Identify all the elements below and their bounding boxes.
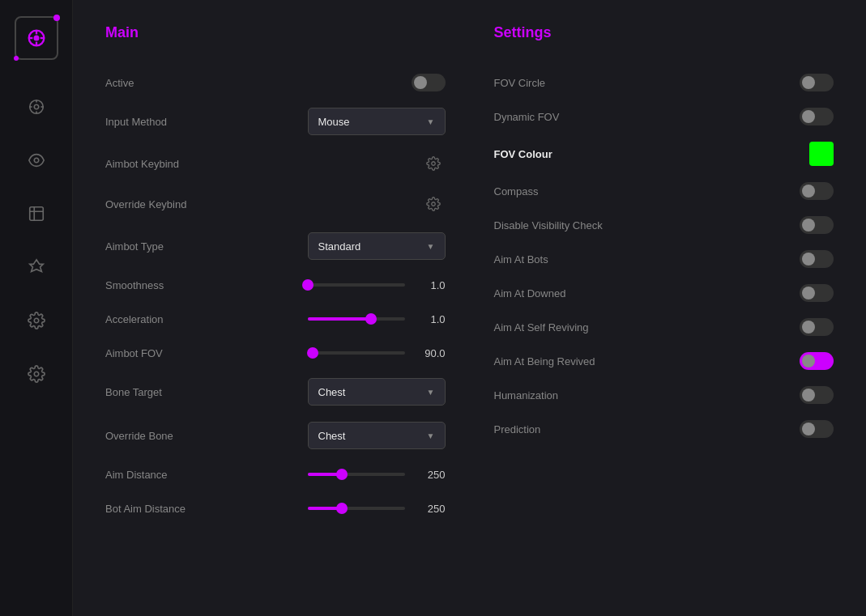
- acceleration-row: Acceleration 1.0: [105, 302, 446, 336]
- sidebar-item-items[interactable]: [22, 199, 51, 228]
- dynamic-fov-label: Dynamic FOV: [494, 111, 560, 123]
- override-bone-arrow-icon: ▼: [427, 431, 435, 440]
- aimbot-type-arrow-icon: ▼: [427, 242, 435, 251]
- aimbot-type-dropdown[interactable]: Standard ▼: [308, 232, 446, 260]
- override-bone-dropdown[interactable]: Chest ▼: [308, 422, 446, 449]
- disable-visibility-check-label: Disable Visibility Check: [494, 219, 603, 232]
- acceleration-thumb[interactable]: [365, 313, 377, 325]
- smoothness-slider-container: 1.0: [308, 279, 446, 291]
- override-bone-label: Override Bone: [105, 430, 173, 442]
- bot-aim-distance-thumb[interactable]: [336, 503, 348, 514]
- aim-distance-slider-container: 250: [308, 469, 446, 481]
- aim-at-bots-toggle[interactable]: [800, 250, 834, 268]
- logo-dot-top: [53, 15, 60, 21]
- smoothness-row: Smoothness 1.0: [105, 268, 446, 302]
- dynamic-fov-row: Dynamic FOV: [494, 100, 834, 134]
- bot-aim-distance-row: Bot Aim Distance 250: [105, 491, 446, 525]
- aimbot-type-label: Aimbot Type: [105, 240, 164, 253]
- compass-row: Compass: [494, 174, 834, 208]
- bot-aim-distance-slider[interactable]: [308, 507, 405, 510]
- acceleration-value: 1.0: [415, 313, 446, 325]
- aimbot-keybind-gear-button[interactable]: [421, 151, 446, 176]
- sidebar-item-misc[interactable]: [22, 253, 51, 282]
- sidebar-item-aimbot[interactable]: [22, 92, 51, 121]
- input-method-label: Input Method: [105, 116, 167, 128]
- main-panel-title: Main: [105, 24, 446, 41]
- aim-distance-value: 250: [415, 469, 446, 481]
- fov-circle-toggle[interactable]: [800, 74, 834, 91]
- bone-target-dropdown[interactable]: Chest ▼: [308, 378, 446, 406]
- override-keybind-row: Override Keybind: [105, 184, 446, 224]
- bone-target-row: Bone Target Chest ▼: [105, 370, 446, 414]
- bot-aim-distance-label: Bot Aim Distance: [105, 503, 186, 515]
- acceleration-slider-container: 1.0: [308, 313, 446, 325]
- aim-at-being-revived-row: Aim At Being Revived: [494, 344, 834, 378]
- sidebar-item-config[interactable]: [22, 359, 51, 389]
- input-method-arrow-icon: ▼: [427, 117, 435, 126]
- smoothness-thumb[interactable]: [302, 279, 314, 291]
- bot-aim-distance-value: 250: [415, 503, 446, 515]
- prediction-row: Prediction: [494, 412, 834, 446]
- acceleration-slider[interactable]: [308, 317, 405, 321]
- aim-at-self-reviving-toggle[interactable]: [800, 318, 834, 336]
- humanization-label: Humanization: [494, 389, 559, 401]
- svg-point-5: [34, 36, 38, 40]
- active-row: Active: [105, 66, 446, 100]
- aimbot-keybind-row: Aimbot Keybind: [105, 143, 446, 184]
- aim-at-downed-label: Aim At Downed: [494, 287, 566, 300]
- settings-panel: Settings FOV Circle Dynamic FOV FOV Colo…: [494, 24, 834, 592]
- acceleration-label: Acceleration: [105, 313, 164, 325]
- aim-at-self-reviving-label: Aim At Self Reviving: [494, 321, 589, 333]
- humanization-row: Humanization: [494, 378, 834, 412]
- aim-distance-slider[interactable]: [308, 473, 405, 476]
- aimbot-type-row: Aimbot Type Standard ▼: [105, 224, 446, 268]
- aim-at-bots-row: Aim At Bots: [494, 242, 834, 276]
- sidebar-item-esp[interactable]: [22, 146, 51, 175]
- settings-panel-title: Settings: [494, 24, 834, 41]
- humanization-toggle[interactable]: [800, 386, 834, 404]
- override-keybind-label: Override Keybind: [105, 198, 186, 210]
- bone-target-label: Bone Target: [105, 386, 162, 398]
- svg-point-15: [431, 162, 435, 166]
- aim-distance-label: Aim Distance: [105, 469, 168, 481]
- active-toggle[interactable]: [412, 74, 446, 91]
- aimbot-fov-thumb[interactable]: [307, 347, 318, 359]
- svg-point-13: [34, 318, 39, 323]
- sidebar: [0, 0, 73, 616]
- aimbot-keybind-label: Aimbot Keybind: [105, 158, 179, 170]
- logo-dot-bottom: [14, 56, 19, 61]
- disable-visibility-check-toggle[interactable]: [800, 216, 834, 234]
- smoothness-slider[interactable]: [308, 283, 405, 287]
- compass-label: Compass: [494, 185, 539, 198]
- aim-at-downed-toggle[interactable]: [800, 284, 834, 302]
- bone-target-value: Chest: [318, 386, 346, 398]
- prediction-toggle[interactable]: [800, 420, 834, 438]
- input-method-row: Input Method Mouse ▼: [105, 100, 446, 143]
- aim-at-being-revived-label: Aim At Being Revived: [494, 355, 595, 367]
- fov-colour-swatch[interactable]: [809, 142, 834, 166]
- prediction-label: Prediction: [494, 423, 541, 435]
- aim-at-downed-row: Aim At Downed: [494, 276, 834, 310]
- aim-at-self-reviving-row: Aim At Self Reviving: [494, 310, 834, 344]
- content-area: Main Active Input Method Mouse ▼ Aimbot …: [73, 0, 866, 616]
- aim-distance-row: Aim Distance 250: [105, 457, 446, 491]
- svg-point-7: [34, 104, 39, 109]
- aimbot-fov-label: Aimbot FOV: [105, 347, 163, 359]
- aimbot-type-value: Standard: [318, 240, 361, 253]
- fov-colour-label: FOV Colour: [494, 148, 552, 160]
- dynamic-fov-toggle[interactable]: [800, 108, 834, 125]
- sidebar-item-settings[interactable]: [22, 306, 51, 335]
- app-logo[interactable]: [15, 16, 58, 60]
- input-method-dropdown[interactable]: Mouse ▼: [308, 108, 446, 135]
- bot-aim-distance-slider-container: 250: [308, 503, 446, 515]
- aimbot-fov-slider[interactable]: [308, 351, 405, 355]
- crosshair-logo-icon: [25, 27, 48, 49]
- smoothness-label: Smoothness: [105, 279, 164, 291]
- override-keybind-gear-button[interactable]: [421, 192, 446, 216]
- aimbot-fov-value: 90.0: [415, 347, 446, 359]
- compass-toggle[interactable]: [800, 182, 834, 200]
- aim-distance-thumb[interactable]: [336, 469, 348, 480]
- smoothness-value: 1.0: [415, 279, 446, 291]
- aim-at-being-revived-toggle[interactable]: [800, 352, 834, 370]
- input-method-value: Mouse: [318, 116, 350, 128]
